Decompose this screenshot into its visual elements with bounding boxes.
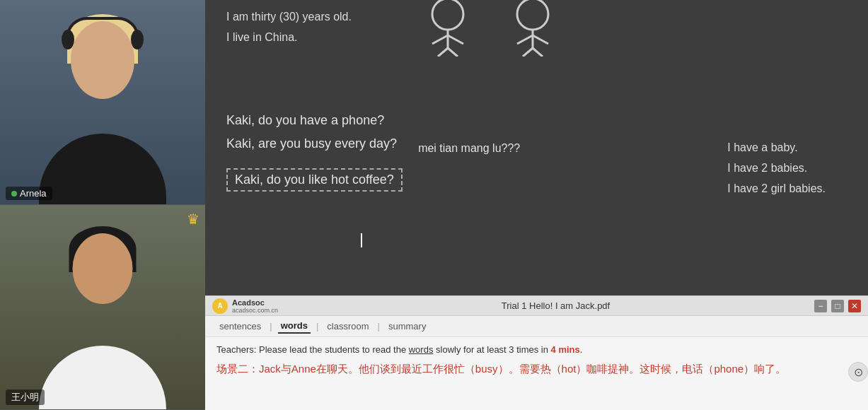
svg-point-6	[517, 0, 548, 30]
acadsoc-url: acadsoc.com.cn	[232, 307, 278, 314]
nav-summary[interactable]: summary	[386, 320, 429, 333]
question-2: Kaki, are you busy every day?	[226, 136, 397, 151]
headphone-right	[131, 30, 144, 49]
nav-sentences[interactable]: sentences	[216, 320, 264, 333]
pdf-body: Teachers: Please lead the students to re…	[205, 337, 868, 410]
headphone-left	[62, 30, 74, 49]
nav-classroom[interactable]: classroom	[324, 320, 371, 333]
svg-line-4	[438, 48, 448, 57]
acadsoc-name: Acadsoc	[232, 298, 278, 307]
student-name: 王小明	[6, 390, 45, 405]
arnela-video-feed	[0, 0, 205, 204]
crown-icon: ♛	[187, 211, 199, 228]
svg-line-5	[448, 48, 458, 57]
main-content: I am thirty (30) years old. I live in Ch…	[205, 0, 868, 410]
question-1: Kaki, do you have a phone?	[226, 113, 520, 128]
acadsoc-text: Acadsoc acadsoc.com.cn	[232, 298, 278, 314]
answer-1: I have a baby.	[727, 138, 826, 158]
svg-line-2	[432, 35, 448, 44]
right-answers: I have a baby. I have 2 babies. I have 2…	[727, 138, 826, 199]
video-student: ♛ 王小明	[0, 205, 205, 410]
student-face	[73, 233, 133, 304]
left-panel: Arnela ♛ 王小明	[0, 0, 205, 410]
svg-line-10	[523, 48, 533, 57]
acadsoc-logo-icon: A	[212, 298, 228, 314]
question-3: Kaki, do you like hot coffee?	[226, 168, 403, 192]
body-svg-left	[412, 0, 483, 57]
svg-line-9	[533, 35, 548, 44]
svg-line-11	[533, 48, 543, 57]
chinese-aside: mei tian mang lu???	[418, 142, 520, 155]
close-button[interactable]: ✕	[848, 300, 861, 312]
minimize-button[interactable]: −	[814, 300, 827, 312]
svg-line-3	[448, 35, 463, 44]
svg-line-8	[517, 35, 533, 44]
words-underline: words	[409, 344, 434, 355]
online-indicator	[11, 191, 17, 197]
pdf-nav: sentences | words | classroom | summary	[205, 316, 868, 337]
maximize-button[interactable]: □	[831, 300, 844, 312]
pdf-panel: A Acadsoc acadsoc.com.cn Trial 1 Hello! …	[205, 295, 868, 410]
slide-area: I am thirty (30) years old. I live in Ch…	[205, 0, 868, 297]
headphone-band	[66, 17, 139, 38]
nav-words[interactable]: words	[278, 319, 311, 334]
questions-block: Kaki, do you have a phone? Kaki, are you…	[226, 113, 520, 200]
video-arnela: Arnela	[0, 0, 205, 205]
answer-2: I have 2 babies.	[727, 158, 826, 179]
body-illustration	[412, 0, 568, 57]
arnela-name: Arnela	[20, 188, 47, 199]
pdf-titlebar: A Acadsoc acadsoc.com.cn Trial 1 Hello! …	[205, 296, 868, 316]
scenario-text: 场景二：Jack与Anne在聊天。他们谈到最近工作很忙（busy）。需要热（ho…	[216, 361, 857, 377]
answer-3: I have 2 girl babies.	[727, 179, 826, 199]
side-circle-button[interactable]: ⊙	[848, 362, 868, 382]
body-svg-right	[497, 0, 568, 57]
text-cursor	[361, 233, 362, 247]
acadsoc-logo-area: A Acadsoc acadsoc.com.cn	[212, 298, 297, 314]
arnela-name-badge: Arnela	[6, 187, 52, 200]
time-highlight: 4 mins	[551, 344, 580, 355]
teacher-note: Teachers: Please lead the students to re…	[216, 343, 857, 358]
pdf-window-controls: − □ ✕	[814, 300, 861, 312]
pdf-title: Trial 1 Hello! I am Jack.pdf	[297, 300, 814, 311]
svg-point-0	[432, 0, 463, 30]
